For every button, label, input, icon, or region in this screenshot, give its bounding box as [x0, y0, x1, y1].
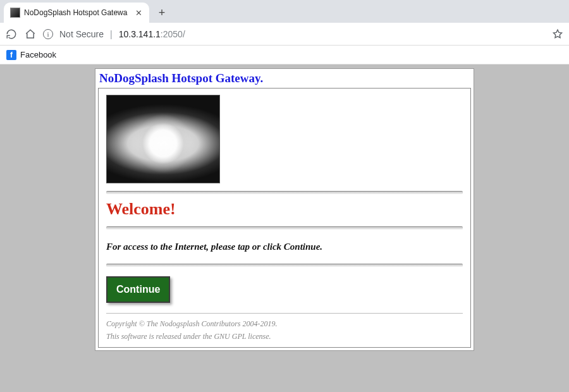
- tab-strip: NoDogSplash Hotspot Gatewa ✕ +: [0, 0, 569, 23]
- splash-image: [106, 95, 220, 183]
- page-viewport: NoDogSplash Hotspot Gateway. Welcome! Fo…: [0, 64, 569, 392]
- captive-portal-card: NoDogSplash Hotspot Gateway. Welcome! Fo…: [95, 68, 474, 351]
- continue-button[interactable]: Continue: [106, 276, 170, 303]
- bookmark-label: Facebook: [20, 50, 56, 59]
- home-button[interactable]: [24, 28, 37, 40]
- tab-title: NoDogSplash Hotspot Gatewa: [24, 8, 130, 17]
- bookmark-item-facebook[interactable]: f Facebook: [6, 50, 56, 60]
- bookmarks-bar: f Facebook: [0, 46, 569, 64]
- divider: [106, 264, 463, 267]
- not-secure-label: Not Secure: [59, 29, 104, 39]
- welcome-heading: Welcome!: [106, 200, 463, 219]
- instruction-text: For access to the Internet, please tap o…: [106, 235, 463, 256]
- browser-tab[interactable]: NoDogSplash Hotspot Gatewa ✕: [4, 3, 149, 23]
- site-info-icon[interactable]: i: [43, 29, 53, 39]
- address-bar: i Not Secure | 10.3.141.1:2050/: [0, 23, 569, 46]
- bookmark-star-button[interactable]: [551, 28, 564, 40]
- footer: Copyright © The Nodogsplash Contributors…: [106, 317, 463, 343]
- url-rest: :2050/: [161, 29, 185, 39]
- facebook-icon: f: [6, 50, 16, 60]
- footer-line-1: Copyright © The Nodogsplash Contributors…: [106, 317, 463, 330]
- url-host: 10.3.141.1: [119, 29, 161, 39]
- new-tab-button[interactable]: +: [153, 4, 171, 21]
- portal-frame: Welcome! For access to the Internet, ple…: [98, 88, 471, 348]
- continue-wrap: Continue: [106, 273, 463, 309]
- url-field[interactable]: 10.3.141.1:2050/: [119, 29, 185, 39]
- close-tab-button[interactable]: ✕: [134, 8, 143, 17]
- tab-favicon: [10, 8, 20, 18]
- divider: [106, 226, 463, 230]
- footer-divider: [106, 313, 463, 314]
- footer-line-2: This software is released under the GNU …: [106, 330, 463, 343]
- page-title: NoDogSplash Hotspot Gateway.: [95, 69, 474, 88]
- reload-button[interactable]: [5, 28, 18, 40]
- address-separator: |: [110, 29, 113, 39]
- divider: [106, 191, 463, 195]
